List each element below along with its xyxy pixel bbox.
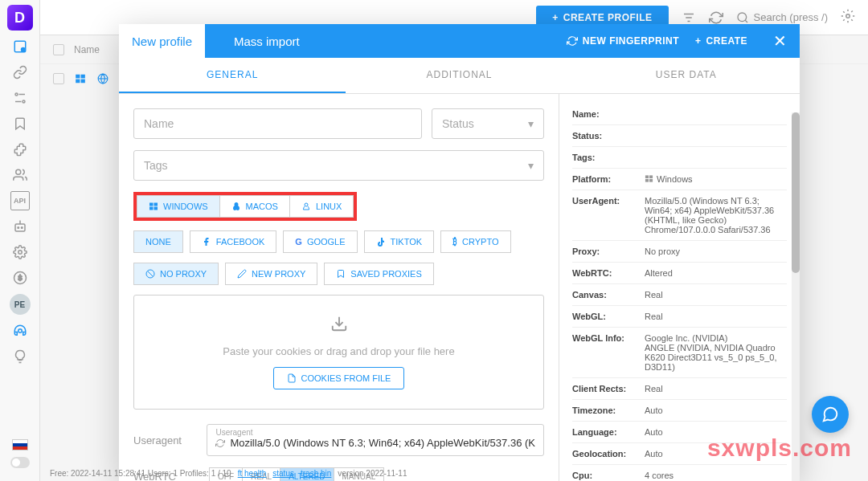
- tab-new-profile[interactable]: New profile: [119, 24, 205, 58]
- facebook-icon: [202, 237, 211, 247]
- tags-placeholder: Tags: [144, 159, 168, 172]
- sub-tabs: GENERAL ADDITIONAL USER DATA: [119, 58, 800, 94]
- proxy-saved-proxies[interactable]: SAVED PROXIES: [324, 263, 433, 285]
- svg-rect-29: [149, 207, 154, 210]
- nav-profiles-icon[interactable]: [10, 37, 30, 56]
- proxy-no-proxy[interactable]: NO PROXY: [133, 263, 219, 285]
- nav-filter-icon[interactable]: [10, 88, 30, 108]
- info-name-label: Name:: [572, 109, 645, 119]
- file-icon: [287, 373, 297, 383]
- info-proxy-value: No proxy: [645, 247, 787, 256]
- preset-crypto[interactable]: ₿ CRYPTO: [440, 230, 510, 253]
- footer-status-link[interactable]: status: [272, 469, 294, 478]
- download-icon: [154, 315, 524, 337]
- nav-support-icon[interactable]: [10, 321, 30, 340]
- nav-idea-icon[interactable]: [10, 347, 30, 366]
- bookmark-icon: [336, 269, 346, 279]
- cookie-dropzone[interactable]: Paste your cookies or drag and drop your…: [133, 295, 544, 410]
- select-all-checkbox[interactable]: [53, 44, 64, 55]
- proxy-new-proxy[interactable]: NEW PROXY: [225, 263, 317, 285]
- os-windows-label: WINDOWS: [163, 202, 208, 211]
- info-timezone-value: Auto: [645, 406, 787, 415]
- name-column-header: Name: [74, 44, 100, 55]
- cookies-from-file-button[interactable]: COOKIES FROM FILE: [273, 367, 405, 389]
- os-macos-button[interactable]: MACOS: [220, 195, 290, 218]
- useragent-value: Mozilla/5.0 (Windows NT 6.3; Win64; x64)…: [230, 437, 535, 449]
- proxy-new-proxy-label: NEW PROXY: [252, 269, 305, 279]
- refresh-icon[interactable]: [709, 10, 723, 25]
- preset-none[interactable]: NONE: [133, 230, 183, 253]
- info-webgl-label: WebGL:: [572, 312, 645, 321]
- nav-api-icon[interactable]: API: [10, 191, 30, 210]
- svg-point-8: [18, 227, 19, 229]
- windows-icon: [645, 174, 653, 183]
- info-language-value: Auto: [645, 427, 787, 437]
- subtab-general[interactable]: GENERAL: [119, 58, 346, 93]
- edit-icon: [237, 269, 247, 279]
- preset-facebook[interactable]: FACEBOOK: [190, 230, 277, 253]
- windows-mini-icon: [74, 72, 87, 85]
- nav-billing-icon[interactable]: $: [10, 268, 30, 287]
- footer-health-link[interactable]: ft health: [238, 469, 267, 478]
- svg-point-2: [15, 93, 18, 96]
- app-logo[interactable]: D: [7, 5, 33, 31]
- nav-bookmark-icon[interactable]: [10, 114, 30, 133]
- scrollbar[interactable]: [792, 112, 800, 481]
- refresh-icon[interactable]: [215, 438, 225, 448]
- proxy-no-proxy-label: NO PROXY: [160, 269, 207, 279]
- svg-rect-23: [76, 79, 80, 84]
- new-profile-modal: New profile Mass import NEW FINGERPRINT …: [119, 24, 800, 481]
- preset-google-label: GOOGLE: [307, 237, 346, 247]
- svg-point-6: [15, 169, 20, 174]
- name-input[interactable]: [133, 108, 422, 139]
- os-windows-button[interactable]: WINDOWS: [137, 195, 220, 218]
- proxy-row: NO PROXY NEW PROXY SAVED PROXIES: [133, 263, 544, 285]
- preset-tiktok-label: TIKTOK: [391, 237, 423, 247]
- nav-gear-icon[interactable]: [10, 243, 30, 262]
- subtab-additional[interactable]: ADDITIONAL: [346, 58, 572, 93]
- theme-toggle[interactable]: [10, 457, 30, 468]
- new-fingerprint-label: NEW FINGERPRINT: [583, 35, 679, 47]
- info-canvas-label: Canvas:: [572, 290, 645, 300]
- modal-header: New profile Mass import NEW FINGERPRINT …: [119, 24, 800, 58]
- google-icon: G: [295, 237, 302, 247]
- status-placeholder: Status: [442, 117, 474, 130]
- status-select[interactable]: Status ▾: [432, 108, 544, 139]
- chevron-down-icon: ▾: [528, 159, 534, 172]
- info-status-label: Status:: [572, 131, 645, 141]
- info-name-value: [645, 109, 787, 119]
- useragent-input[interactable]: Useragent Mozilla/5.0 (Windows NT 6.3; W…: [207, 424, 544, 456]
- new-fingerprint-button[interactable]: NEW FINGERPRINT: [567, 35, 679, 47]
- search-input[interactable]: Search (press /): [736, 11, 828, 24]
- chat-bubble-button[interactable]: [812, 396, 849, 433]
- info-webgl-value: Real: [645, 312, 787, 321]
- useragent-mini-label: Useragent: [215, 428, 535, 437]
- info-platform-label: Platform:: [572, 174, 645, 184]
- svg-text:$: $: [18, 274, 22, 282]
- close-icon[interactable]: ✕: [773, 31, 787, 51]
- pe-badge[interactable]: PE: [10, 294, 31, 315]
- create-profile-label: CREATE PROFILE: [563, 12, 653, 23]
- subtab-user-data[interactable]: USER DATA: [573, 58, 800, 93]
- nav-extension-icon[interactable]: [10, 140, 30, 159]
- tags-input[interactable]: Tags ▾: [133, 150, 544, 181]
- settings-gear-icon[interactable]: [841, 9, 855, 26]
- os-linux-button[interactable]: LINUX: [290, 195, 354, 218]
- svg-rect-24: [81, 79, 85, 84]
- preset-facebook-label: FACEBOOK: [216, 237, 265, 247]
- globe-mini-icon: [96, 72, 109, 85]
- footer-trash-link[interactable]: trash bin: [301, 469, 331, 478]
- preset-tiktok[interactable]: TIKTOK: [364, 230, 435, 253]
- row-checkbox[interactable]: [53, 73, 64, 84]
- preset-google[interactable]: G GOOGLE: [283, 230, 357, 253]
- tab-mass-import[interactable]: Mass import: [221, 24, 313, 58]
- language-flag-icon[interactable]: [12, 439, 28, 450]
- nav-link-icon[interactable]: [10, 63, 30, 82]
- filter-icon[interactable]: [682, 10, 696, 25]
- nav-robot-icon[interactable]: [10, 217, 30, 236]
- svg-rect-30: [154, 207, 158, 210]
- info-language-label: Language:: [572, 427, 645, 437]
- nav-users-icon[interactable]: [10, 165, 30, 185]
- create-button[interactable]: + CREATE: [695, 35, 747, 47]
- info-useragent-value: Mozilla/5.0 (Windows NT 6.3; Win64; x64)…: [645, 196, 787, 234]
